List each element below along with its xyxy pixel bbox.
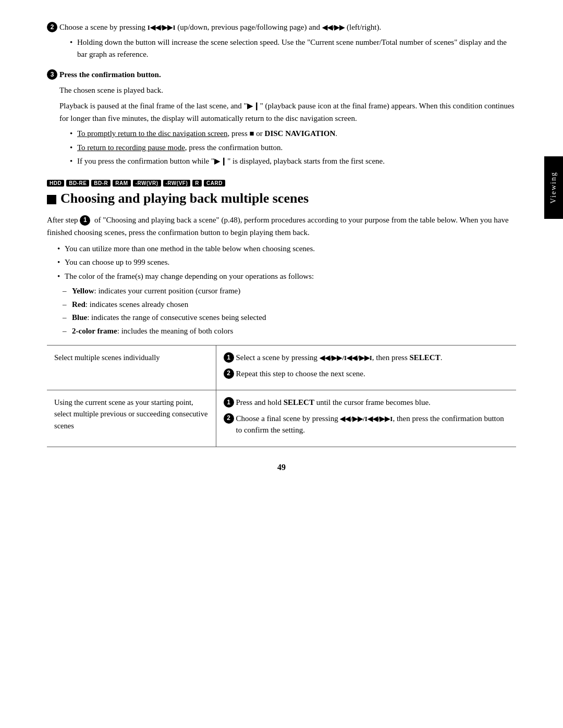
main-bullet-3: The color of the frame(s) may change dep… <box>57 270 516 282</box>
disc-nav-bold: DISC NAVIGATION <box>265 129 336 138</box>
dash-red: Red: indicates scenes already chosen <box>63 299 516 311</box>
main-bullet-2: You can choose up to 999 scenes. <box>57 256 516 268</box>
heading-square-icon <box>47 195 56 204</box>
section-heading: Choosing and playing back multiple scene… <box>47 191 516 206</box>
step-3-bold: Press the confirmation button. <box>59 70 161 79</box>
row2-item-2-content: Choose a final scene by pressing ◀◀/▶▶/I… <box>236 413 509 436</box>
main-bullets: You can utilize more than one method in … <box>47 243 516 282</box>
row2-item-1: 1 Press and hold SELECT until the cursor… <box>224 397 509 409</box>
row2-item-2: 2 Choose a final scene by pressing ◀◀/▶▶… <box>224 413 509 436</box>
twocolor-bold: 2-color frame <box>72 327 117 335</box>
dash-list: Yellow: indicates your current position … <box>47 285 516 337</box>
step-3-number: 3 <box>47 69 57 80</box>
step-3-content: Press the confirmation button. The chose… <box>59 68 516 170</box>
badge-r: R <box>192 180 202 187</box>
step-2-text: Choose a scene by pressing I◀◀/▶▶I (up/d… <box>59 21 516 33</box>
row1-left-text: Select multiple scenes individually <box>54 353 160 362</box>
row2-num-1: 1 <box>224 397 234 408</box>
step-2-bullets: Holding down the button will increase th… <box>59 36 516 60</box>
badge-bdr: BD-R <box>91 180 111 187</box>
row2-select-bold: SELECT <box>284 398 314 406</box>
badge-bdre: BD-RE <box>66 180 89 187</box>
row2-num-2: 2 <box>224 413 234 424</box>
nav-icon-lr: ◀◀/▶▶ <box>322 23 345 31</box>
row1-item-1-content: Select a scene by pressing ◀◀/▶▶/I◀◀/▶▶I… <box>236 352 509 364</box>
table-row-1-left: Select multiple scenes individually <box>47 346 216 390</box>
step-3-bullet-2-underline: To return to recording pause mode <box>77 143 185 152</box>
badge-card: CARD <box>204 180 225 187</box>
row1-icon-1: ◀◀/▶▶/I◀◀/▶▶I <box>320 354 372 362</box>
table-row-2-left: Using the current scene as your starting… <box>47 390 216 447</box>
row1-select-bold: SELECT <box>410 353 440 362</box>
dash-yellow: Yellow: indicates your current position … <box>63 285 516 297</box>
dash-2color: 2-color frame: includes the meaning of b… <box>63 325 516 337</box>
row1-item-2-content: Repeat this step to choose the next scen… <box>236 368 509 380</box>
step-3-desc2: Playback is paused at the final frame of… <box>59 100 516 125</box>
dash-blue: Blue: indicates the range of consecutive… <box>63 312 516 324</box>
main-bullet-1: You can utilize more than one method in … <box>57 243 516 255</box>
step-3-desc1: The chosen scene is played back. <box>59 84 516 96</box>
row2-item-1-content: Press and hold SELECT until the cursor f… <box>236 397 509 409</box>
row1-num-2: 2 <box>224 368 234 379</box>
step-3-block: 3 Press the confirmation button. The cho… <box>47 68 516 170</box>
intro-circle: 1 <box>80 215 90 226</box>
row2-icon-2: ◀◀/▶▶/I◀◀/▶▶I <box>340 415 393 423</box>
step-2-content: Choose a scene by pressing I◀◀/▶▶I (up/d… <box>59 21 516 63</box>
step-2-number: 2 <box>47 22 57 32</box>
info-table: Select multiple scenes individually 1 Se… <box>47 345 516 447</box>
step-2-block: 2 Choose a scene by pressing I◀◀/▶▶I (up… <box>47 21 516 63</box>
step-3-bullet-1-underline: To promptly return to the disc navigatio… <box>77 129 227 138</box>
row2-left-text: Using the current scene as your starting… <box>54 398 207 430</box>
badge-ram: RAM <box>113 180 130 187</box>
blue-bold: Blue <box>72 313 87 322</box>
page-number: 49 <box>47 463 516 472</box>
table-row-1: Select multiple scenes individually 1 Se… <box>47 346 516 390</box>
red-bold: Red <box>72 300 85 309</box>
badge-rwvr: -RW(VR) <box>133 180 161 187</box>
row1-item-2: 2 Repeat this step to choose the next sc… <box>224 368 509 380</box>
page-content: 2 Choose a scene by pressing I◀◀/▶▶I (up… <box>47 21 516 472</box>
step-3-bullet-3: If you press the confirmation button whi… <box>70 155 516 167</box>
badge-hdd: HDD <box>47 180 64 187</box>
step-3-bullet-2: To return to recording pause mode, press… <box>70 142 516 154</box>
table-row-2-right: 1 Press and hold SELECT until the cursor… <box>216 390 516 447</box>
format-badges: HDD BD-RE BD-R RAM -RW(VR) -RW(VF) R CAR… <box>47 180 516 187</box>
step-3-bullets: To promptly return to the disc navigatio… <box>59 128 516 167</box>
table-row-2: Using the current scene as your starting… <box>47 390 516 447</box>
section-heading-text: Choosing and playing back multiple scene… <box>60 191 309 206</box>
row1-item-1: 1 Select a scene by pressing ◀◀/▶▶/I◀◀/▶… <box>224 352 509 364</box>
sidebar-tab: Viewing <box>544 156 563 219</box>
nav-icon-updown: I◀◀/▶▶I <box>148 23 176 31</box>
step-2-bullet-1: Holding down the button will increase th… <box>70 36 516 60</box>
table-row-1-right: 1 Select a scene by pressing ◀◀/▶▶/I◀◀/▶… <box>216 346 516 390</box>
yellow-bold: Yellow <box>72 287 94 295</box>
intro-para: After step 1 of "Choosing and playing ba… <box>47 214 516 239</box>
step-3-label: Press the confirmation button. <box>59 68 516 81</box>
step-3-bullet-1: To promptly return to the disc navigatio… <box>70 128 516 140</box>
badge-rwvf: -RW(VF) <box>163 180 191 187</box>
row1-num-1: 1 <box>224 352 234 363</box>
sidebar-label: Viewing <box>549 171 558 203</box>
